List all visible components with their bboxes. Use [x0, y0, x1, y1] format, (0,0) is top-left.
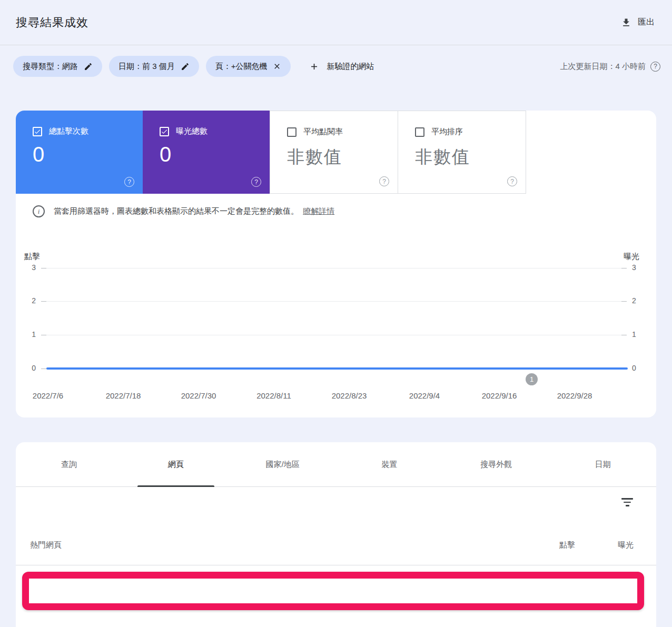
- dimension-table-panel: 查詢 網頁 國家/地區 裝置 搜尋外觀 日期 熱門網頁 點擊 曝光: [16, 442, 656, 627]
- new-filter-label: 新驗證的網站: [327, 62, 374, 72]
- x-axis-label: 2022/9/28: [548, 391, 601, 400]
- metric-card-total-impressions[interactable]: 曝光總數 0 ?: [143, 111, 270, 194]
- dimension-tabs: 查詢 網頁 國家/地區 裝置 搜尋外觀 日期: [16, 442, 656, 487]
- metric-cards: 總點擊次數 0 ? 曝光總數 0 ? 平均點閱率: [16, 111, 656, 194]
- download-icon: [621, 17, 631, 28]
- help-icon[interactable]: ?: [379, 176, 389, 186]
- clicks-series-line: [46, 367, 628, 370]
- left-axis-tick: 1: [20, 330, 36, 339]
- metric-value: 非數值: [287, 145, 398, 169]
- edit-pencil-icon[interactable]: [84, 62, 93, 71]
- column-header-impressions[interactable]: 曝光: [618, 540, 634, 550]
- metric-label: 平均排序: [431, 127, 463, 137]
- tab-dates[interactable]: 日期: [549, 442, 656, 486]
- gridline: [41, 268, 627, 268]
- metric-label: 平均點閱率: [303, 127, 343, 137]
- x-axis-label: 2022/8/23: [323, 391, 375, 400]
- metric-label: 總點擊次數: [49, 126, 88, 136]
- notice-text: 當套用篩選器時，圖表總數和表格顯示的結果不一定會是完整的數值。: [54, 206, 299, 215]
- checkbox-checked-icon[interactable]: [33, 127, 42, 136]
- table-header-divider: [16, 565, 656, 565]
- right-axis-tick: 1: [632, 330, 648, 339]
- last-updated: 上次更新日期：4 小時前 ?: [560, 62, 660, 72]
- checkbox-checked-icon[interactable]: [160, 127, 169, 136]
- table-filter-icon[interactable]: [621, 498, 633, 506]
- export-label: 匯出: [638, 17, 655, 28]
- right-axis-tick: 2: [632, 296, 648, 305]
- x-axis-label: 2022/9/4: [398, 391, 451, 400]
- filter-chip-label: 搜尋類型：網路: [23, 62, 78, 72]
- help-icon[interactable]: ?: [650, 62, 660, 72]
- metric-value: 非數值: [415, 145, 526, 169]
- left-axis-tick: 3: [20, 263, 36, 272]
- filter-bar: 搜尋類型：網路 日期：前 3 個月 頁：+公關危機 新驗證的網站 上次更新日期：…: [13, 56, 660, 77]
- page-title: 搜尋結果成效: [16, 15, 88, 31]
- info-icon: i: [33, 205, 45, 217]
- close-icon[interactable]: [273, 62, 281, 71]
- page-header: 搜尋結果成效 匯出: [16, 0, 655, 45]
- filter-chip-label: 頁：+公關危機: [215, 62, 268, 72]
- tab-search-appearance[interactable]: 搜尋外觀: [443, 442, 550, 486]
- x-axis-label: 2022/7/30: [172, 391, 225, 400]
- left-axis-tick: 2: [20, 296, 36, 305]
- plus-icon: [309, 62, 319, 72]
- help-icon[interactable]: ?: [251, 177, 261, 187]
- checkbox-unchecked-icon[interactable]: [287, 127, 297, 137]
- right-axis-tick: 3: [632, 263, 648, 272]
- filter-notice: i 當套用篩選器時，圖表總數和表格顯示的結果不一定會是完整的數值。 瞭解詳情: [33, 205, 334, 217]
- help-icon[interactable]: ?: [507, 176, 517, 186]
- x-axis-label: 2022/7/18: [97, 391, 150, 400]
- edit-pencil-icon[interactable]: [181, 62, 190, 71]
- tab-countries[interactable]: 國家/地區: [229, 442, 336, 486]
- filter-chip-search-type[interactable]: 搜尋類型：網路: [13, 56, 102, 77]
- column-header-top-pages[interactable]: 熱門網頁: [30, 540, 62, 550]
- column-header-clicks[interactable]: 點擊: [559, 540, 575, 550]
- chart-panel: 總點擊次數 0 ? 曝光總數 0 ? 平均點閱率: [16, 111, 656, 417]
- checkbox-unchecked-icon[interactable]: [415, 127, 424, 137]
- learn-more-link[interactable]: 瞭解詳情: [303, 206, 334, 215]
- tab-pages[interactable]: 網頁: [123, 442, 230, 486]
- search-performance-page: 搜尋結果成效 匯出 搜尋類型：網路 日期：前 3 個月 頁：+公關危機 新驗證的…: [0, 0, 672, 627]
- left-axis-title: 點擊: [24, 252, 40, 262]
- filter-chip-label: 日期：前 3 個月: [118, 62, 175, 72]
- left-axis-tick: 0: [20, 364, 36, 372]
- filter-chip-page[interactable]: 頁：+公關危機: [206, 56, 291, 77]
- new-filter-button[interactable]: 新驗證的網站: [309, 62, 374, 72]
- x-axis-label: 2022/9/16: [473, 391, 526, 400]
- gridline: [41, 301, 627, 302]
- metric-card-average-position[interactable]: 平均排序 非數值 ?: [398, 111, 526, 194]
- gridline: [41, 335, 627, 335]
- header-divider: [0, 45, 672, 45]
- metric-value: 0: [160, 143, 270, 166]
- last-updated-label: 上次更新日期：4 小時前: [560, 62, 646, 72]
- export-button[interactable]: 匯出: [621, 17, 655, 28]
- metric-card-average-ctr[interactable]: 平均點閱率 非數值 ?: [270, 111, 398, 194]
- chart-annotation-badge[interactable]: 1: [526, 373, 538, 385]
- tab-queries[interactable]: 查詢: [16, 442, 123, 486]
- x-axis-label: 2022/8/11: [248, 391, 300, 400]
- filter-chip-date-range[interactable]: 日期：前 3 個月: [109, 56, 199, 77]
- x-axis-label: 2022/7/6: [22, 391, 74, 400]
- right-axis-title: 曝光: [624, 252, 639, 262]
- red-annotation-highlight-box: [22, 572, 644, 610]
- metric-value: 0: [33, 143, 143, 166]
- metric-card-total-clicks[interactable]: 總點擊次數 0 ?: [16, 111, 143, 194]
- right-axis-tick: 0: [632, 364, 648, 372]
- tab-devices[interactable]: 裝置: [336, 442, 443, 486]
- help-icon[interactable]: ?: [124, 177, 134, 187]
- metric-label: 曝光總數: [176, 126, 207, 136]
